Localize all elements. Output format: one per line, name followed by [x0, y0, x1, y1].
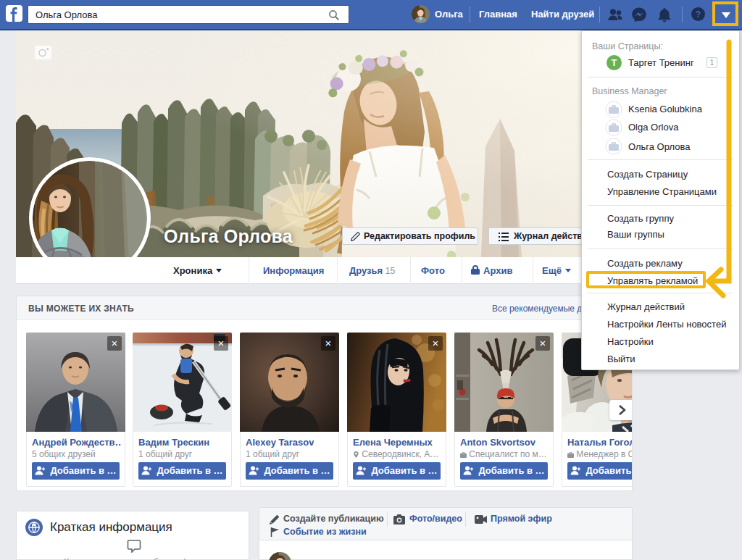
svg-text:?: ?	[696, 9, 701, 20]
